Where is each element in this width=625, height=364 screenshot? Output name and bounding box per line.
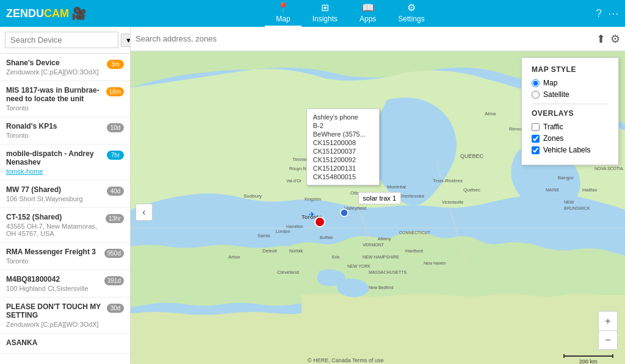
vehicle-labels-label: Vehicle Labels bbox=[543, 146, 590, 154]
device-name: MIS 1817-was in Burnbrae-need to locate … bbox=[6, 86, 104, 103]
device-list: Shane's Device Zenduwork [C:pEA][WO:3OdX… bbox=[0, 54, 130, 364]
svg-text:✈: ✈ bbox=[309, 210, 315, 219]
map-area[interactable]: ⬆ ⚙ bbox=[131, 27, 625, 364]
list-item[interactable]: M4BQ81800042 100 Highland Ct,Sistersvill… bbox=[0, 270, 130, 298]
list-item[interactable]: Shane's Device Zenduwork [C:pEA][WO:3OdX… bbox=[0, 54, 130, 81]
filter-icon: ▼ bbox=[125, 37, 131, 44]
overlay-vehicle-labels[interactable]: Vehicle Labels bbox=[532, 146, 609, 154]
device-name: ASANKA bbox=[6, 338, 124, 347]
header: ZENDU CAM 🎥 📍 Map ⊞ Insights 📖 Apps ⚙ Se… bbox=[0, 0, 625, 27]
traffic-label: Traffic bbox=[543, 123, 563, 131]
svg-text:New Bedford: New Bedford bbox=[369, 285, 394, 290]
device-badge: 18m bbox=[106, 87, 124, 96]
list-item[interactable]: MIS 1817-was in Burnbrae-need to locate … bbox=[0, 81, 130, 117]
map-search-bar: ⬆ ⚙ bbox=[131, 27, 625, 51]
popup-item[interactable]: CK151200092 bbox=[313, 155, 373, 164]
zoom-in-button[interactable]: + bbox=[598, 311, 618, 330]
device-badge: 13hr bbox=[106, 214, 124, 223]
nav-settings[interactable]: ⚙ Settings bbox=[387, 0, 435, 27]
back-icon: ‹ bbox=[142, 207, 145, 218]
svg-text:Val-d'Or: Val-d'Or bbox=[286, 179, 302, 183]
device-badge: 7hr bbox=[107, 151, 124, 160]
nav-insights[interactable]: ⊞ Insights bbox=[302, 0, 349, 27]
logo-text: ZENDU bbox=[6, 7, 44, 20]
device-sub: tomsk-home bbox=[6, 168, 104, 175]
logo-cam: CAM bbox=[44, 7, 69, 20]
svg-text:Hartford: Hartford bbox=[405, 248, 423, 254]
map-radio-satellite[interactable] bbox=[532, 91, 540, 99]
nav-settings-label: Settings bbox=[398, 15, 424, 23]
map-search-input[interactable] bbox=[135, 34, 591, 43]
apps-nav-icon: 📖 bbox=[362, 2, 374, 13]
zones-label: Zones bbox=[543, 134, 563, 143]
traffic-checkbox[interactable] bbox=[532, 123, 540, 131]
map-style-title: MAP STYLE bbox=[532, 65, 609, 74]
list-item[interactable]: PLEASE DON'T TOUCH MY SETTING Zenduwork … bbox=[0, 298, 130, 334]
popup-item[interactable]: CK154800015 bbox=[313, 173, 373, 181]
nav-insights-label: Insights bbox=[312, 15, 338, 23]
zones-checkbox[interactable] bbox=[532, 135, 540, 143]
map-style-panel: MAP STYLE Map Satellite OVERLAYS Traffic… bbox=[521, 57, 619, 165]
map-option-satellite[interactable]: Satellite bbox=[532, 90, 609, 99]
map-nav-icon: 📍 bbox=[277, 2, 289, 13]
svg-text:Kingston: Kingston bbox=[305, 197, 321, 202]
list-item[interactable]: ASANKA bbox=[0, 334, 130, 354]
device-name: M4BQ81800042 bbox=[6, 275, 102, 284]
help-button[interactable]: ? bbox=[596, 7, 602, 20]
popup-item[interactable]: CK151200131 bbox=[313, 164, 373, 173]
overlay-traffic[interactable]: Traffic bbox=[532, 123, 609, 131]
list-item[interactable]: MW 77 (Shared) 106 Short St,Waynesburg 4… bbox=[0, 180, 130, 208]
map-option-map[interactable]: Map bbox=[532, 79, 609, 87]
search-input[interactable] bbox=[5, 32, 118, 48]
map-radio-map[interactable] bbox=[532, 79, 540, 87]
nav-apps-label: Apps bbox=[359, 15, 376, 23]
zoom-out-button[interactable]: − bbox=[598, 330, 618, 350]
more-button[interactable]: ⋯ bbox=[608, 7, 619, 20]
device-name: PLEASE DON'T TOUCH MY SETTING bbox=[6, 302, 104, 319]
zoom-in-icon: + bbox=[605, 316, 610, 327]
svg-text:Sherbrooke: Sherbrooke bbox=[399, 193, 425, 199]
svg-text:Detroit: Detroit bbox=[262, 248, 277, 254]
svg-text:New Haven: New Haven bbox=[424, 261, 446, 265]
popup-item[interactable]: CK151200037 bbox=[313, 147, 373, 155]
device-name: Ronald's KP1s bbox=[6, 122, 104, 130]
svg-text:Norfolk: Norfolk bbox=[289, 249, 303, 253]
list-item[interactable]: mobile-dispatch - Andrey Nenashev tomsk-… bbox=[0, 145, 130, 180]
sidebar: ▼ Shane's Device Zenduwork [C:pEA][WO:3O… bbox=[0, 27, 131, 364]
device-info: CT-152 (Shared) 43565 OH-7, New Matamora… bbox=[6, 213, 103, 237]
popup-item[interactable]: BeWhere (3575... bbox=[313, 130, 373, 138]
nav-apps[interactable]: 📖 Apps bbox=[349, 0, 387, 27]
device-badge: 10d bbox=[107, 123, 124, 132]
device-badge: 391d bbox=[104, 276, 124, 285]
map-back-button[interactable]: ‹ bbox=[135, 204, 153, 221]
svg-text:NEW YORK: NEW YORK bbox=[347, 264, 370, 268]
svg-text:Cleveland: Cleveland bbox=[277, 269, 299, 275]
popup-item[interactable]: B-2 bbox=[313, 121, 373, 130]
overlay-zones[interactable]: Zones bbox=[532, 134, 609, 143]
popup-item[interactable]: Ashley's phone bbox=[313, 113, 373, 121]
list-item[interactable]: Ronald's KP1s Toronto 10d bbox=[0, 117, 130, 145]
export-icon[interactable]: ⬆ bbox=[596, 32, 605, 46]
device-info: MIS 1817-was in Burnbrae-need to locate … bbox=[6, 86, 104, 112]
insights-nav-icon: ⊞ bbox=[321, 2, 329, 13]
svg-text:Arbor: Arbor bbox=[228, 254, 240, 260]
svg-text:Valleyfield: Valleyfield bbox=[344, 205, 366, 211]
device-info: Shane's Device Zenduwork [C:pEA][WO:3OdX… bbox=[6, 59, 104, 76]
device-info: ASANKA bbox=[6, 338, 124, 348]
nav-map[interactable]: 📍 Map bbox=[265, 0, 301, 27]
popup-item[interactable]: CK151200008 bbox=[313, 138, 373, 147]
map-settings-icon[interactable]: ⚙ bbox=[610, 32, 620, 46]
device-info: PLEASE DON'T TOUCH MY SETTING Zenduwork … bbox=[6, 302, 104, 328]
solar-label-text: solar trax 1 bbox=[363, 194, 396, 202]
device-badge: 30d bbox=[107, 304, 124, 313]
svg-text:Victoriaville: Victoriaville bbox=[442, 200, 463, 204]
list-item[interactable]: RMA Messenger Freight 3 Toronto 950d bbox=[0, 243, 130, 270]
search-filter-button[interactable]: ▼ bbox=[121, 34, 131, 47]
list-item[interactable]: CT-152 (Shared) 43565 OH-7, New Matamora… bbox=[0, 208, 130, 243]
device-name: mobile-dispatch - Andrey Nenashev bbox=[6, 149, 104, 166]
svg-text:Buffalo: Buffalo bbox=[320, 235, 333, 240]
svg-point-57 bbox=[315, 217, 325, 227]
vehicle-labels-checkbox[interactable] bbox=[532, 146, 540, 154]
nav-map-label: Map bbox=[276, 15, 290, 23]
device-badge: 40d bbox=[107, 187, 124, 196]
